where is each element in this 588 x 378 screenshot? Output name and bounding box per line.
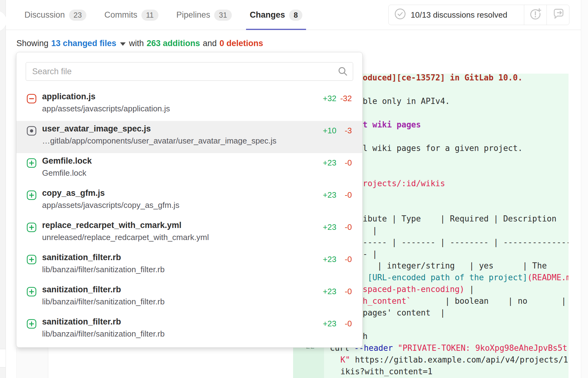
diff-code-line: ----- | ------- | -------- | -----------… (363, 236, 569, 248)
code-segment: ikis?with_content=1 (340, 367, 432, 376)
diff-code-line: | (363, 225, 377, 236)
file-row[interactable]: replace_redcarpet_with_cmark.ymlunreleas… (16, 217, 362, 250)
changed-file-list: application.jsapp/assets/javascripts/app… (16, 89, 362, 346)
file-search-input[interactable] (26, 62, 353, 81)
file-change-counts: +32-32 (315, 89, 352, 121)
file-row[interactable]: sanitization_filter.rblib/banzai/filter/… (16, 250, 362, 282)
check-circle-icon (394, 8, 406, 22)
deletions-count: -0 (336, 287, 352, 314)
discussions-resolved-label: 10/13 discussions resolved (411, 10, 507, 20)
deletions-count: -0 (336, 222, 352, 250)
file-name: sanitization_filter.rb (42, 252, 315, 263)
file-change-counts: +10-3 (315, 121, 352, 153)
tab-discussion[interactable]: Discussion23 (23, 0, 88, 30)
code-segment: pages' content | (363, 308, 445, 317)
file-row[interactable]: copy_as_gfm.jsapp/assets/javascripts/cop… (16, 185, 362, 217)
diff-code-line: K" https://gitlab.example.com/api/v4/pro… (340, 354, 569, 366)
diff-code-line: - | (363, 248, 377, 260)
file-path: unreleased/replace_redcarpet_with_cmark.… (42, 232, 315, 243)
left-strip-box (0, 349, 6, 367)
code-segment: oduced][ce-13572] in GitLab 10.0. (363, 74, 523, 82)
resolve-all-in-new-issue-button[interactable] (524, 5, 547, 25)
file-row[interactable]: sanitization_filter.rblib/banzai/filter/… (16, 314, 362, 346)
file-change-counts: +23-0 (315, 153, 352, 185)
code-segment: | integer/string | yes | The (363, 261, 547, 270)
tab-count-badge: 23 (69, 10, 87, 21)
file-path: lib/banzai/filter/sanitization_filter.rb (42, 328, 315, 339)
diff-code-line: ble only in APIv4. (363, 95, 450, 107)
diff-code-line: h_content` | boolean | no | In (363, 295, 569, 307)
file-path: lib/banzai/filter/sanitization_filter.rb (42, 264, 315, 275)
file-added-icon (27, 287, 37, 297)
tab-count-badge: 31 (214, 10, 232, 21)
file-texts: sanitization_filter.rblib/banzai/filter/… (42, 314, 315, 346)
file-name: application.js (42, 91, 315, 102)
code-segment: spaced-path-encoding) (363, 285, 465, 294)
code-segment: "PRIVATE-TOKEN: 9koXpg98eAheJpvBs5t (398, 343, 567, 353)
changed-files-dropdown-link[interactable]: 13 changed files (51, 39, 116, 48)
comment-next-icon (551, 8, 565, 22)
file-texts: sanitization_filter.rblib/banzai/filter/… (42, 250, 315, 282)
code-segment: ----- | ------- | -------- | -----------… (363, 238, 569, 247)
file-modified-icon (27, 126, 37, 136)
file-path: app/assets/javascripts/copy_as_gfm.js (42, 200, 315, 211)
file-row[interactable]: Gemfile.lockGemfile.lock+23-0 (16, 153, 362, 185)
file-row[interactable]: application.jsapp/assets/javascripts/app… (16, 89, 362, 121)
code-segment: - | (363, 249, 377, 259)
additions-count: +23 (315, 319, 336, 346)
changes-summary: Showing 13 changed files with 263 additi… (16, 38, 263, 49)
diff-left-gutter (16, 348, 48, 378)
file-texts: application.jsapp/assets/javascripts/app… (42, 89, 315, 121)
jump-to-next-discussion-button[interactable] (547, 5, 569, 25)
page-right-column (581, 0, 588, 378)
diff-code-line: l wiki pages for a given project. (363, 142, 523, 154)
tab-count-badge: 8 (289, 10, 302, 21)
diff-code-line: [URL-encoded path of the project](README… (363, 272, 569, 283)
file-added-icon (27, 190, 37, 200)
file-change-counts: +23-0 (315, 314, 352, 346)
page-left-strip (0, 0, 6, 378)
summary-deletions: 0 deletions (219, 39, 263, 48)
file-change-counts: +23-0 (315, 250, 352, 282)
tab-count-badge: 11 (141, 10, 158, 21)
file-path: lib/banzai/filter/sanitization_filter.rb (42, 296, 315, 307)
diff-code-line: rojects/:id/wikis (363, 178, 445, 189)
diff-code-line: h (363, 330, 368, 342)
tab-changes[interactable]: Changes8 (248, 0, 304, 30)
summary-additions: 263 additions (147, 39, 200, 48)
tab-commits[interactable]: Commits11 (102, 0, 160, 30)
file-name: sanitization_filter.rb (42, 316, 315, 327)
code-segment: ble only in APIv4. (363, 97, 450, 106)
file-added-icon (27, 158, 37, 168)
deletions-count: -0 (336, 319, 352, 346)
file-added-icon (27, 222, 37, 232)
discussions-button-group: 10/13 discussions resolved (388, 5, 569, 25)
file-change-counts: +23-0 (315, 185, 352, 217)
file-path: …gitlab/app/components/user_avatar/user_… (42, 135, 315, 146)
summary-and: and (203, 39, 217, 48)
file-path: Gemfile.lock (42, 167, 315, 178)
tab-pipelines[interactable]: Pipelines31 (175, 0, 234, 30)
diff-code-line: spaced-path-encoding) | (363, 283, 474, 295)
additions-count: +23 (315, 255, 336, 282)
file-row[interactable]: user_avatar_image_spec.js…gitlab/app/com… (16, 121, 362, 153)
code-segment: h (363, 332, 368, 341)
code-segment: | boolean | no | In (411, 296, 569, 306)
code-segment: | (363, 226, 377, 235)
code-segment: [URL-encoded path of the project] (363, 273, 527, 282)
discussions-resolved-button[interactable]: 10/13 discussions resolved (389, 5, 524, 25)
chevron-down-icon[interactable] (120, 42, 126, 46)
additions-count: +23 (315, 222, 336, 250)
file-texts: sanitization_filter.rblib/banzai/filter/… (42, 282, 315, 314)
file-texts: Gemfile.lockGemfile.lock (42, 153, 315, 185)
summary-showing: Showing (16, 39, 49, 48)
diff-code-line: pages' content | (363, 307, 445, 319)
file-row[interactable]: sanitization_filter.rblib/banzai/filter/… (16, 282, 362, 314)
additions-count: +23 (315, 287, 336, 314)
file-added-icon (27, 319, 37, 329)
code-segment: | (465, 285, 474, 294)
file-texts: copy_as_gfm.jsapp/assets/javascripts/cop… (42, 185, 315, 217)
diff-code-line: t wiki pages (363, 119, 421, 131)
file-change-counts: +23-0 (315, 217, 352, 250)
deletions-count: -3 (336, 126, 352, 153)
